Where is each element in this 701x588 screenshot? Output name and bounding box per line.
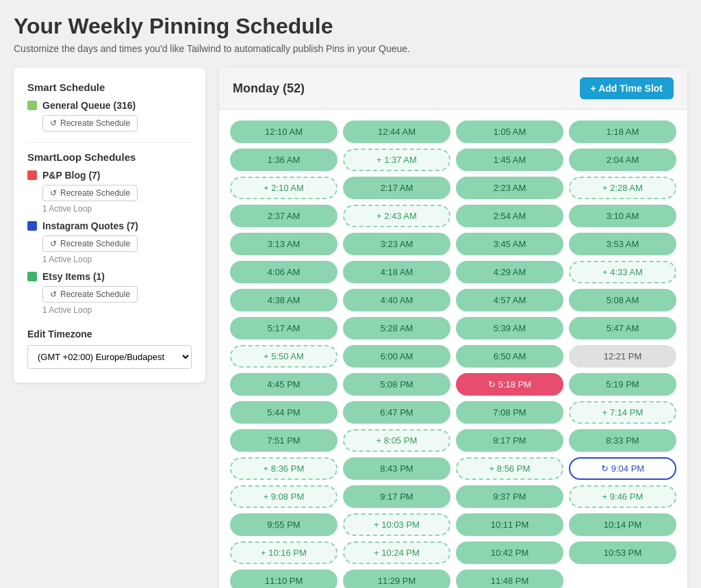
general-queue-color-dot: [27, 101, 37, 110]
time-slot[interactable]: 11:29 PM: [343, 570, 450, 588]
loop-1-color-dot: [27, 221, 37, 231]
time-slot[interactable]: 3:53 AM: [569, 233, 676, 255]
time-slot-label: 4:38 AM: [268, 295, 301, 305]
time-slot[interactable]: +7:14 PM: [569, 401, 676, 424]
time-slot[interactable]: 5:08 PM: [343, 373, 450, 396]
time-slot[interactable]: 10:53 PM: [569, 541, 676, 564]
time-slot[interactable]: 5:44 PM: [230, 401, 337, 424]
time-slot[interactable]: 4:18 AM: [343, 261, 450, 283]
time-slot[interactable]: 7:08 PM: [456, 401, 563, 424]
time-slot[interactable]: 2:37 AM: [230, 205, 337, 227]
time-slot-label: 1:37 AM: [384, 155, 417, 165]
time-slot[interactable]: +9:08 PM: [230, 485, 337, 508]
loop-1-recreate-btn[interactable]: ↺ Recreate Schedule: [42, 235, 138, 252]
time-slot[interactable]: 2:23 AM: [456, 177, 563, 199]
time-slot-label: 9:17 PM: [380, 491, 413, 502]
loop-0-recreate-label: Recreate Schedule: [60, 188, 130, 198]
time-slot[interactable]: 10:14 PM: [569, 513, 676, 536]
time-slot[interactable]: 1:05 AM: [456, 120, 563, 143]
time-slot[interactable]: 8:17 PM: [456, 429, 563, 452]
time-slot[interactable]: 2:17 AM: [343, 177, 450, 199]
time-slot[interactable]: 5:08 AM: [569, 289, 676, 311]
time-slot-label: 5:08 AM: [607, 295, 639, 305]
time-slot-label: 8:43 PM: [380, 463, 413, 474]
time-slot[interactable]: +1:37 AM: [343, 149, 450, 171]
time-slot-label: 9:46 PM: [610, 491, 643, 502]
time-slot[interactable]: 4:06 AM: [230, 261, 337, 283]
time-slot[interactable]: 7:51 PM: [230, 429, 337, 452]
loop-item-0: P&P Blog (7) ↺ Recreate Schedule 1 Activ…: [27, 170, 192, 214]
time-slot[interactable]: 10:42 PM: [456, 541, 563, 564]
time-slot[interactable]: +2:10 AM: [230, 177, 337, 199]
time-slot[interactable]: 5:39 AM: [456, 317, 563, 340]
time-slot[interactable]: +10:24 PM: [343, 541, 450, 564]
time-slot[interactable]: 4:45 PM: [230, 373, 337, 396]
time-slot[interactable]: 4:29 AM: [456, 261, 563, 283]
time-slot[interactable]: 12:21 PM: [569, 345, 676, 368]
time-slot[interactable]: 6:50 AM: [456, 345, 563, 368]
timezone-select[interactable]: (GMT +02:00) Europe/Budapest: [27, 345, 192, 369]
time-slot-prefix: +: [264, 183, 268, 193]
time-slot[interactable]: +8:36 PM: [230, 457, 337, 480]
time-slot[interactable]: 4:57 AM: [456, 289, 563, 311]
recreate-icon: ↺: [50, 290, 57, 299]
loop-1-name: Instagram Quotes (7): [42, 220, 138, 231]
time-slot[interactable]: 6:47 PM: [343, 401, 450, 424]
time-slot[interactable]: 5:19 PM: [569, 373, 676, 396]
time-slot[interactable]: 3:13 AM: [230, 233, 337, 255]
time-slot-label: 4:40 AM: [381, 295, 413, 305]
time-slot[interactable]: 1:18 AM: [569, 120, 676, 143]
page-subtitle: Customize the days and times you'd like …: [14, 43, 687, 54]
time-slot[interactable]: +2:28 AM: [569, 177, 676, 199]
time-slot[interactable]: 11:48 PM: [456, 570, 563, 588]
time-slot[interactable]: +2:43 AM: [343, 205, 450, 227]
time-slot[interactable]: 1:36 AM: [230, 149, 337, 171]
time-slot[interactable]: ↻5:18 PM: [456, 373, 563, 396]
time-slot[interactable]: 4:38 AM: [230, 289, 337, 311]
time-slot[interactable]: 10:11 PM: [456, 513, 563, 536]
time-slot[interactable]: +4:33 AM: [569, 261, 676, 283]
time-slot-label: 12:21 PM: [604, 351, 642, 361]
time-slot[interactable]: 12:44 AM: [343, 120, 450, 143]
time-slot-label: 5:18 PM: [498, 379, 531, 389]
add-timeslot-button[interactable]: + Add Time Slot: [580, 77, 674, 99]
loop-0-recreate-btn[interactable]: ↺ Recreate Schedule: [42, 185, 138, 201]
time-slot-label: 8:56 PM: [497, 463, 530, 474]
time-slot[interactable]: 9:17 PM: [343, 485, 450, 508]
time-slot[interactable]: 12:10 AM: [230, 120, 337, 143]
loop-2-recreate-btn[interactable]: ↺ Recreate Schedule: [42, 286, 138, 303]
loop-2-name: Etsy Items (1): [42, 271, 105, 282]
general-queue-recreate-btn[interactable]: ↺ Recreate Schedule: [42, 115, 138, 131]
time-slot[interactable]: 9:55 PM: [230, 513, 337, 536]
time-slot[interactable]: 8:33 PM: [569, 429, 676, 452]
time-slot[interactable]: +10:16 PM: [230, 541, 337, 564]
time-slot[interactable]: 5:47 AM: [569, 317, 676, 340]
time-slot[interactable]: 5:17 AM: [230, 317, 337, 340]
time-slot[interactable]: 4:40 AM: [343, 289, 450, 311]
time-slot[interactable]: 9:37 PM: [456, 485, 563, 508]
time-slot[interactable]: +8:56 PM: [456, 457, 563, 480]
recreate-icon: ↺: [50, 239, 57, 248]
time-slot[interactable]: 2:04 AM: [569, 149, 676, 171]
time-slot[interactable]: 5:28 AM: [343, 317, 450, 340]
time-slot[interactable]: +10:03 PM: [343, 513, 450, 536]
time-slot[interactable]: ↻9:04 PM: [569, 457, 676, 480]
time-slot[interactable]: 8:43 PM: [343, 457, 450, 480]
loop-1-active-label: 1 Active Loop: [42, 255, 192, 264]
time-slot-prefix: +: [264, 352, 268, 361]
time-slot[interactable]: 3:23 AM: [343, 233, 450, 255]
time-slot[interactable]: 2:54 AM: [456, 205, 563, 227]
time-slot[interactable]: 3:45 AM: [456, 233, 563, 255]
time-slot-prefix: +: [602, 268, 607, 277]
time-slot[interactable]: 1:45 AM: [456, 149, 563, 171]
time-slot[interactable]: 11:10 PM: [230, 570, 337, 588]
time-slot[interactable]: +5:50 AM: [230, 345, 337, 368]
time-slot-label: 2:54 AM: [494, 211, 526, 221]
time-slot[interactable]: +8:05 PM: [343, 429, 450, 452]
time-slot-label: 3:23 AM: [381, 239, 413, 249]
time-slot[interactable]: +9:46 PM: [569, 485, 676, 508]
time-slot[interactable]: 3:10 AM: [569, 205, 676, 227]
time-slot[interactable]: 6:00 AM: [343, 345, 450, 368]
general-queue-item: General Queue (316) ↺ Recreate Schedule: [27, 100, 192, 134]
smartloop-title: SmartLoop Schedules: [27, 151, 192, 163]
